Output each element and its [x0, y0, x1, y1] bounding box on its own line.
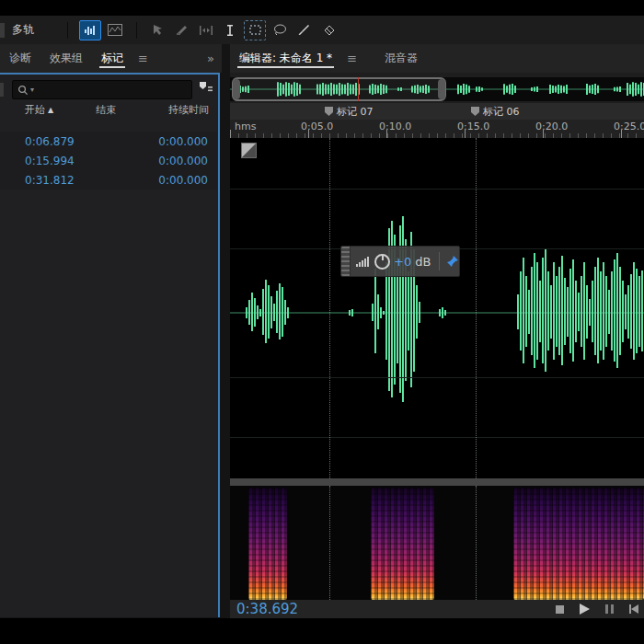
marker-start-time: 0:15.994 [25, 155, 89, 167]
skip-to-start-button[interactable] [629, 604, 638, 614]
marker-time-line [476, 138, 477, 478]
timeline-marker[interactable]: 标记 06 [470, 105, 520, 119]
text-tool-button[interactable] [220, 21, 240, 40]
markers-panel: ▾ 开始 ▲ 结束 持续时间 0:06.879 0:00.000 [0, 73, 220, 617]
column-header-end[interactable]: 结束 [96, 103, 116, 117]
paintbrush-tool-button[interactable] [293, 21, 314, 40]
lasso-tool-icon [273, 24, 287, 36]
timeline-ruler[interactable]: hms 0:05.0 0:10.0 0:15.0 0:20.0 0:25.0 [230, 120, 644, 138]
letterbox-bottom [0, 618, 644, 644]
column-header-duration[interactable]: 持续时间 [168, 103, 209, 117]
spectrogram-band [513, 488, 644, 600]
lasso-tool-button[interactable] [270, 21, 290, 40]
toolbar-divider [67, 22, 68, 39]
db-gridline [230, 189, 644, 190]
marker-time-line [329, 138, 330, 478]
marker-start-time: 0:31.812 [25, 174, 89, 187]
spectral-view-icon [108, 24, 122, 36]
editor-status-bar: 0:38.692 [230, 600, 644, 618]
table-row[interactable]: 0:15.994 0:00.000 [0, 151, 217, 170]
ruler-major-ticks [230, 130, 644, 138]
marker-search-row: ▾ [0, 79, 218, 101]
razor-tool-button[interactable] [172, 21, 192, 40]
tab-overflow-icon[interactable]: » [207, 52, 222, 65]
tab-markers[interactable]: 标记 [92, 44, 132, 73]
viewport-right-handle[interactable] [438, 79, 445, 99]
volume-ramp-icon [355, 255, 371, 268]
marquee-selection-tool-button[interactable] [244, 20, 266, 40]
eraser-tool-button[interactable] [317, 21, 338, 40]
toolbar-divider [136, 22, 137, 39]
pin-hud-icon[interactable] [446, 255, 459, 268]
marker-table-header: 开始 ▲ 结束 持续时间 [0, 101, 218, 119]
tab-editor[interactable]: 编辑器: 未命名 1 * [230, 44, 341, 73]
waveform-view-icon [84, 25, 97, 36]
waveform-view-button[interactable] [79, 20, 101, 40]
editor-panel-menu-icon[interactable]: ≡ [341, 52, 362, 65]
viewport-left-handle[interactable] [233, 79, 240, 99]
marker-search-input[interactable]: ▾ [12, 80, 192, 99]
overview-playhead[interactable] [358, 77, 359, 101]
marquee-selection-icon [249, 25, 261, 35]
clipped-icon-fragment [0, 83, 4, 97]
multitrack-button[interactable]: 多轨 [12, 22, 34, 38]
tab-mixer[interactable]: 混音器 [375, 44, 427, 73]
hud-drag-grip[interactable] [341, 247, 351, 276]
main-toolbar: 多轨 [0, 16, 644, 44]
tab-diagnostics[interactable]: 诊断 [0, 44, 40, 73]
playhead-time-display[interactable]: 0:38.692 [236, 601, 298, 617]
transport-controls [556, 604, 638, 615]
marker-duration: 0:00.000 [158, 174, 208, 187]
marker-list-options-icon[interactable] [198, 81, 213, 97]
clipped-button-fragment [0, 23, 5, 38]
table-row[interactable]: 0:06.879 0:00.000 [0, 132, 217, 151]
tab-effects-rack[interactable]: 效果组 [40, 44, 92, 73]
display-split-toggle-icon[interactable] [241, 143, 257, 158]
razor-tool-icon [176, 24, 189, 36]
panel-menu-icon[interactable]: ≡ [132, 52, 154, 65]
marker-label: 标记 07 [337, 105, 374, 119]
table-row[interactable]: 0:31.812 0:00.000 [0, 170, 217, 190]
timeline-marker[interactable]: 标记 07 [324, 105, 374, 119]
play-button[interactable] [580, 604, 590, 615]
marker-duration: 0:00.000 [158, 135, 208, 148]
overview-viewport-box[interactable] [232, 77, 446, 101]
file-overview-strip[interactable] [230, 77, 644, 101]
waveform-spectral-splitter[interactable] [230, 478, 644, 486]
db-gridline [230, 437, 644, 438]
column-header-start[interactable]: 开始 [25, 103, 45, 117]
slip-tool-icon [199, 25, 213, 36]
audition-app: 多轨 [0, 16, 644, 618]
db-gridline [230, 377, 644, 378]
marker-duration: 0:00.000 [158, 155, 208, 167]
left-panel-tab-bar: 诊断 效果组 标记 ≡ » [0, 44, 222, 73]
move-tool-button[interactable] [148, 21, 168, 40]
marker-lane[interactable]: 标记 07 标记 06 [230, 103, 644, 120]
app-window: 多轨 [0, 0, 644, 644]
gain-knob[interactable] [374, 254, 390, 270]
gain-unit-label: dB [415, 255, 431, 269]
editor-tab-bar: 编辑器: 未命名 1 * ≡ 混音器 [230, 44, 644, 73]
editor-panel: 标记 07 标记 06 hms 0:05.0 0:10.0 0:15.0 0:2… [230, 73, 644, 618]
waveform-display[interactable]: +0 dB [230, 138, 644, 478]
marker-start-time: 0:06.879 [25, 135, 89, 148]
marker-pin-lines-icon [198, 81, 213, 94]
marker-flag-icon [470, 106, 480, 118]
search-icon [17, 85, 29, 96]
slip-tool-button[interactable] [196, 21, 216, 40]
stop-button[interactable] [556, 605, 564, 614]
marker-flag-icon [324, 106, 334, 118]
search-scope-caret-icon[interactable]: ▾ [30, 86, 34, 94]
ibeam-tool-icon [225, 24, 235, 37]
spectrogram-display[interactable] [230, 486, 644, 600]
pause-button[interactable] [605, 604, 614, 614]
sort-ascending-icon: ▲ [48, 106, 53, 114]
paintbrush-tool-icon [297, 24, 310, 36]
spectral-view-button[interactable] [105, 21, 125, 40]
gain-value[interactable]: +0 [394, 255, 411, 269]
spectrogram-band [371, 488, 434, 600]
marker-time-line [329, 486, 330, 600]
marker-time-line [476, 486, 477, 600]
volume-hud[interactable]: +0 dB [340, 246, 460, 277]
eraser-tool-icon [321, 25, 335, 36]
